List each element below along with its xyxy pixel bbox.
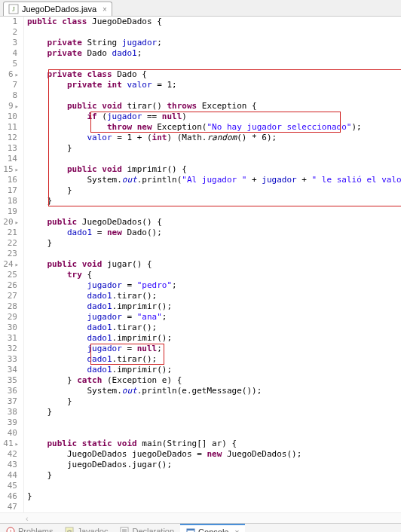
tab-label: Problems	[18, 527, 53, 532]
code-line[interactable]: private String jugador;	[24, 38, 401, 48]
code-line[interactable]	[24, 428, 401, 439]
code-line[interactable]	[24, 154, 401, 164]
tab-javadoc[interactable]: @ Javadoc	[59, 524, 114, 532]
code-line[interactable]: dado1 = new Dado();	[24, 228, 401, 238]
code-line[interactable]: dado1.imprimir();	[24, 333, 401, 344]
line-number: 46	[0, 491, 19, 502]
code-line[interactable]: jugador = "ana";	[24, 312, 401, 323]
code-line[interactable]: jugador = "pedro";	[24, 280, 401, 291]
console-icon	[186, 527, 195, 532]
line-number: 13	[0, 143, 19, 154]
svg-rect-11	[187, 529, 194, 530]
code-line[interactable]: dado1.tirar();	[24, 354, 401, 365]
line-number: 27	[0, 291, 19, 301]
code-line[interactable]	[24, 502, 401, 512]
line-number: 38	[0, 407, 19, 417]
line-number: 39	[0, 417, 19, 428]
code-line[interactable]: }	[24, 196, 401, 206]
line-number: 21	[0, 228, 19, 238]
code-line[interactable]: }	[24, 185, 401, 196]
code-line[interactable]: public JuegoDeDados() {	[24, 217, 401, 228]
line-number: 20▸	[0, 217, 19, 228]
code-line[interactable]	[24, 481, 401, 491]
line-number: 12	[0, 133, 19, 143]
code-line[interactable]: juegoDeDados.jugar();	[24, 460, 401, 470]
code-line[interactable]	[24, 206, 401, 217]
code-line[interactable]: dado1.imprimir();	[24, 365, 401, 375]
code-line[interactable]: }	[24, 143, 401, 154]
tab-label: Console	[198, 527, 228, 532]
code-line[interactable]: public class JuegoDeDados {	[24, 17, 401, 27]
javadoc-icon: @	[65, 527, 74, 532]
code-line[interactable]: }	[24, 396, 401, 407]
code-line[interactable]: dado1.tirar();	[24, 291, 401, 301]
line-number: 4	[0, 48, 19, 59]
line-number: 37	[0, 396, 19, 407]
code-line[interactable]: private int valor = 1;	[24, 80, 401, 90]
code-area[interactable]: public class JuegoDeDados { private Stri…	[24, 17, 401, 512]
line-number: 36	[0, 386, 19, 396]
code-editor[interactable]: 123456▸789▸101112131415▸1617181920▸21222…	[0, 17, 401, 512]
code-line[interactable]	[24, 249, 401, 259]
code-line[interactable]: }	[24, 407, 401, 417]
code-line[interactable]: private class Dado {	[24, 69, 401, 80]
line-number: 2	[0, 27, 19, 38]
code-line[interactable]: JuegoDeDados juegoDeDados = new JuegoDeD…	[24, 449, 401, 460]
code-line[interactable]: dado1.imprimir();	[24, 301, 401, 312]
svg-text:J: J	[12, 5, 15, 13]
line-number: 28	[0, 301, 19, 312]
line-number: 40	[0, 428, 19, 439]
code-line[interactable]: }	[24, 491, 401, 502]
line-number: 17	[0, 185, 19, 196]
code-line[interactable]: try {	[24, 270, 401, 280]
line-number: 11	[0, 122, 19, 133]
code-line[interactable]	[24, 90, 401, 101]
code-line[interactable]	[24, 417, 401, 428]
line-number: 44	[0, 470, 19, 481]
code-line[interactable]: }	[24, 470, 401, 481]
code-line[interactable]: jugador = null;	[24, 344, 401, 354]
line-number: 7	[0, 80, 19, 90]
code-line[interactable]: public static void main(String[] ar) {	[24, 439, 401, 449]
code-line[interactable]	[24, 59, 401, 69]
close-icon[interactable]: ×	[103, 5, 107, 14]
file-tab[interactable]: J JuegoDeDados.java ×	[3, 2, 112, 16]
line-number: 32	[0, 344, 19, 354]
line-number: 14	[0, 154, 19, 164]
declaration-icon	[120, 527, 129, 532]
code-line[interactable]: if (jugador == null)	[24, 112, 401, 122]
file-tab-label: JuegoDeDados.java	[22, 5, 96, 14]
code-line[interactable]: valor = 1 + (int) (Math.random() * 6);	[24, 133, 401, 143]
code-line[interactable]: private Dado dado1;	[24, 48, 401, 59]
code-line[interactable]: System.out.println("Al jugador " + jugad…	[24, 175, 401, 185]
tab-label: Javadoc	[77, 527, 108, 532]
code-line[interactable]: }	[24, 238, 401, 249]
code-line[interactable]: public void jugar() {	[24, 259, 401, 270]
code-line[interactable]: public void imprimir() {	[24, 164, 401, 175]
line-number: 30	[0, 323, 19, 333]
line-number: 16	[0, 175, 19, 185]
code-line[interactable]	[24, 27, 401, 38]
code-line[interactable]: dado1.tirar();	[24, 323, 401, 333]
line-number: 41▸	[0, 439, 19, 449]
line-number: 6▸	[0, 69, 19, 80]
horizontal-scroll-hint[interactable]: ‹	[0, 512, 401, 523]
tab-declaration[interactable]: Declaration	[114, 524, 180, 532]
line-number: 43	[0, 460, 19, 470]
line-number: 8	[0, 90, 19, 101]
code-line[interactable]: } catch (Exception e) {	[24, 375, 401, 386]
line-number: 1	[0, 17, 19, 27]
close-icon[interactable]: ×	[234, 528, 239, 533]
code-line[interactable]: throw new Exception("No hay jugador sele…	[24, 122, 401, 133]
line-number: 23	[0, 249, 19, 259]
problems-icon: !	[6, 527, 15, 532]
code-line[interactable]: System.out.println(e.getMessage());	[24, 386, 401, 396]
line-number: 22	[0, 238, 19, 249]
tab-problems[interactable]: ! Problems	[0, 524, 59, 532]
editor-tab-bar: J JuegoDeDados.java ×	[0, 0, 401, 17]
code-line[interactable]: public void tirar() throws Exception {	[24, 101, 401, 112]
java-file-icon: J	[8, 4, 19, 14]
svg-text:@: @	[67, 529, 72, 532]
line-number: 9▸	[0, 101, 19, 112]
tab-console[interactable]: Console ×	[180, 524, 245, 532]
